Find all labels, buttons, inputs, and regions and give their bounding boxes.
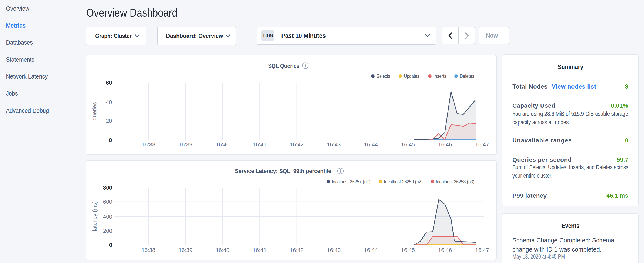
- svg-text:0: 0: [109, 242, 112, 248]
- svg-text:localhost:26258 (n3): localhost:26258 (n3): [436, 179, 474, 184]
- svg-text:Inserts: Inserts: [434, 73, 446, 79]
- svg-text:16:40: 16:40: [216, 247, 230, 253]
- svg-text:16:42: 16:42: [290, 247, 304, 253]
- svg-text:800: 800: [103, 184, 112, 191]
- svg-text:16:41: 16:41: [253, 247, 266, 253]
- svg-text:16:39: 16:39: [178, 247, 192, 253]
- svg-text:16:41: 16:41: [253, 141, 266, 148]
- svg-text:16:44: 16:44: [364, 141, 378, 148]
- svg-text:16:47: 16:47: [475, 247, 489, 253]
- svg-text:localhost:26257 (n1): localhost:26257 (n1): [332, 179, 370, 184]
- svg-text:16:47: 16:47: [475, 141, 489, 148]
- svg-text:Deletes: Deletes: [460, 73, 474, 79]
- svg-text:16:46: 16:46: [438, 247, 452, 253]
- svg-text:40: 40: [106, 99, 112, 105]
- svg-text:16:39: 16:39: [178, 141, 192, 148]
- svg-text:16:46: 16:46: [438, 141, 452, 148]
- svg-text:16:43: 16:43: [327, 141, 340, 148]
- svg-text:0: 0: [109, 137, 112, 143]
- svg-text:400: 400: [103, 213, 112, 220]
- svg-text:600: 600: [103, 198, 112, 205]
- svg-text:16:43: 16:43: [327, 247, 340, 253]
- svg-text:200: 200: [103, 228, 112, 234]
- svg-text:60: 60: [106, 80, 112, 86]
- svg-text:20: 20: [106, 118, 112, 124]
- svg-text:16:45: 16:45: [401, 247, 415, 253]
- svg-text:16:38: 16:38: [142, 141, 155, 148]
- svg-text:Selects: Selects: [376, 73, 390, 79]
- svg-text:16:45: 16:45: [401, 141, 415, 148]
- svg-text:16:42: 16:42: [290, 141, 304, 148]
- svg-text:latency (ms): latency (ms): [92, 201, 98, 231]
- svg-text:16:44: 16:44: [364, 247, 378, 253]
- svg-text:localhost:26259 (n2): localhost:26259 (n2): [384, 179, 423, 184]
- svg-text:16:40: 16:40: [216, 141, 230, 148]
- svg-text:16:38: 16:38: [142, 247, 155, 253]
- svg-text:queries: queries: [91, 102, 98, 120]
- svg-text:Updates: Updates: [404, 73, 419, 79]
